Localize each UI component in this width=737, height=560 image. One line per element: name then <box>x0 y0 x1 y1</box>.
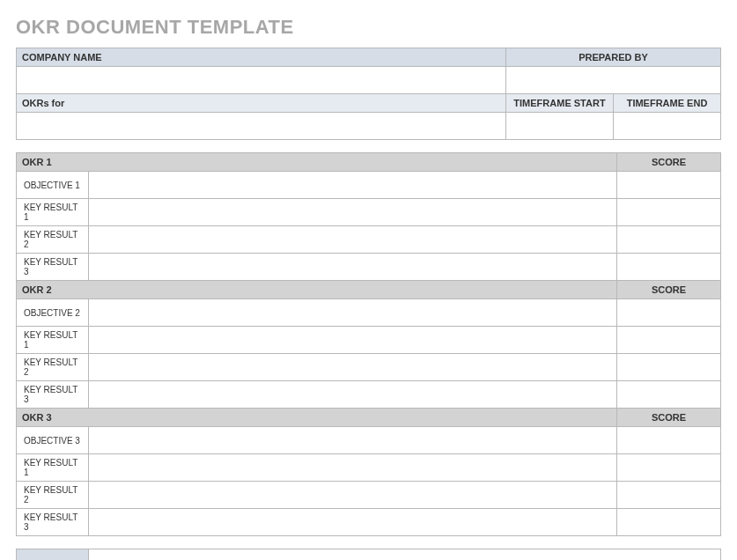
okr3-kr2-label: KEY RESULT 2 <box>17 482 89 509</box>
okr2-kr3-field[interactable] <box>89 381 617 409</box>
okr3-kr1-label: KEY RESULT 1 <box>17 454 89 482</box>
okr2-objective-score[interactable] <box>617 299 721 327</box>
notes-table: ADDITIONAL NOTES <box>16 549 721 560</box>
okr2-kr2-score[interactable] <box>617 354 721 381</box>
okr1-kr3-score[interactable] <box>617 254 721 281</box>
okr3-kr3-field[interactable] <box>89 509 617 536</box>
okr1-kr1-score[interactable] <box>617 199 721 226</box>
okr2-kr1-label: KEY RESULT 1 <box>17 327 89 354</box>
okr3-objective-score[interactable] <box>617 427 721 454</box>
okr1-objective-score[interactable] <box>617 172 721 199</box>
prepared-by-field[interactable] <box>506 67 721 94</box>
okr2-objective-label: OBJECTIVE 2 <box>17 299 89 327</box>
timeframe-start-field[interactable] <box>506 113 614 140</box>
okr3-objective-field[interactable] <box>89 427 617 454</box>
okr2-score-label: SCORE <box>617 281 721 299</box>
okr1-kr3-field[interactable] <box>89 254 617 281</box>
timeframe-end-label: TIMEFRAME END <box>614 94 721 113</box>
okr1-kr2-score[interactable] <box>617 226 721 254</box>
okr3-kr2-field[interactable] <box>89 482 617 509</box>
additional-notes-label: ADDITIONAL NOTES <box>17 549 89 561</box>
okr2-kr1-score[interactable] <box>617 327 721 354</box>
okr1-kr1-label: KEY RESULT 1 <box>17 199 89 226</box>
okr3-header: OKR 3 <box>17 409 617 427</box>
okr2-objective-field[interactable] <box>89 299 617 327</box>
okr2-header: OKR 2 <box>17 281 617 299</box>
company-name-label: COMPANY NAME <box>17 48 506 67</box>
okrs-for-label: OKRs for <box>17 94 506 113</box>
okr3-kr1-field[interactable] <box>89 454 617 482</box>
header-table: COMPANY NAME PREPARED BY OKRs for TIMEFR… <box>16 48 721 140</box>
okr3-score-label: SCORE <box>617 409 721 427</box>
okr1-kr2-label: KEY RESULT 2 <box>17 226 89 254</box>
okrs-for-field[interactable] <box>17 113 506 140</box>
okr1-objective-label: OBJECTIVE 1 <box>17 172 89 199</box>
okr-table: OKR 1 SCORE OBJECTIVE 1 KEY RESULT 1 KEY… <box>16 152 721 536</box>
additional-notes-field[interactable] <box>89 549 721 561</box>
okr2-kr1-field[interactable] <box>89 327 617 354</box>
okr3-kr1-score[interactable] <box>617 454 721 482</box>
okr1-objective-field[interactable] <box>89 172 617 199</box>
okr3-kr3-label: KEY RESULT 3 <box>17 509 89 536</box>
okr3-objective-label: OBJECTIVE 3 <box>17 427 89 454</box>
okr3-kr3-score[interactable] <box>617 509 721 536</box>
page-title: OKR DOCUMENT TEMPLATE <box>16 16 721 39</box>
okr3-kr2-score[interactable] <box>617 482 721 509</box>
okr2-kr3-label: KEY RESULT 3 <box>17 381 89 409</box>
prepared-by-label: PREPARED BY <box>506 48 721 67</box>
company-name-field[interactable] <box>17 67 506 94</box>
timeframe-start-label: TIMEFRAME START <box>506 94 614 113</box>
timeframe-end-field[interactable] <box>614 113 721 140</box>
okr2-kr2-field[interactable] <box>89 354 617 381</box>
okr1-score-label: SCORE <box>617 153 721 172</box>
okr1-kr2-field[interactable] <box>89 226 617 254</box>
okr1-kr3-label: KEY RESULT 3 <box>17 254 89 281</box>
okr1-kr1-field[interactable] <box>89 199 617 226</box>
okr2-kr2-label: KEY RESULT 2 <box>17 354 89 381</box>
okr1-header: OKR 1 <box>17 153 617 172</box>
okr2-kr3-score[interactable] <box>617 381 721 409</box>
